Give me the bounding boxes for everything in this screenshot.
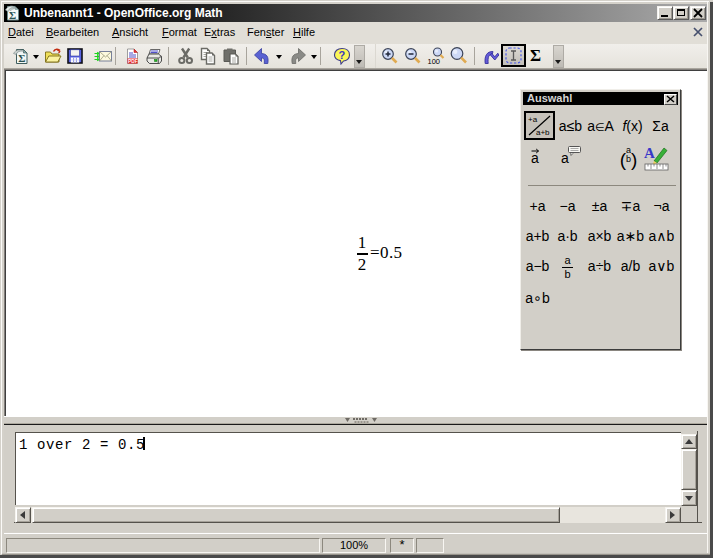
svg-text:A: A [644, 145, 655, 161]
svg-text:PDF: PDF [128, 59, 138, 64]
svg-text:?: ? [339, 49, 346, 61]
svg-text:Σ: Σ [18, 52, 25, 64]
svg-text:100: 100 [428, 57, 441, 66]
